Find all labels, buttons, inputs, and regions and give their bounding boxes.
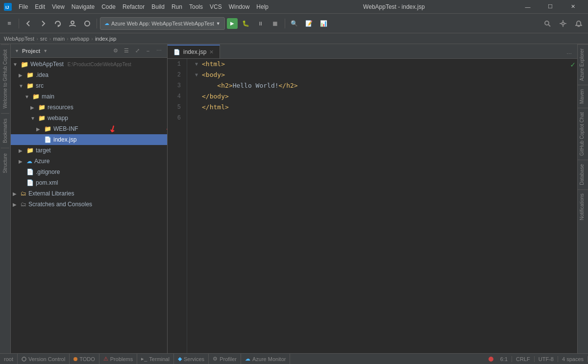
panel-more-icon[interactable]: ⋯ [154, 47, 163, 55]
status-azure-monitor[interactable]: ☁ Azure Monitor [241, 354, 290, 364]
panel-list-icon[interactable]: ☰ [122, 47, 131, 55]
status-services[interactable]: ◆ Services [174, 354, 209, 364]
status-encoding[interactable]: UTF-8 [535, 356, 558, 362]
menu-run[interactable]: Run [169, 2, 185, 11]
run-button[interactable]: ▶ [227, 18, 238, 29]
debug-button[interactable]: 🐛 [240, 17, 252, 30]
profiler-icon: ⚙ [213, 356, 218, 362]
menu-window[interactable]: Window [226, 2, 253, 11]
search-button[interactable] [541, 17, 554, 30]
editor-more-icon[interactable]: ⋯ [564, 49, 573, 58]
profiler-icon[interactable]: 📊 [318, 17, 330, 30]
status-indent[interactable]: 4 spaces [558, 356, 588, 362]
tab-indexjsp[interactable]: 📄 index.jsp ✕ [168, 45, 220, 58]
separator-2 [97, 19, 97, 28]
tree-root[interactable]: ▼ 📁 WebAppTest E:\ProductCode\WebAppTest [11, 59, 167, 70]
inspect-icon[interactable]: 🔍 [288, 17, 301, 30]
menu-bar[interactable]: File Edit View Navigate Code Refactor Bu… [16, 2, 271, 11]
maximize-button[interactable]: ☐ [539, 0, 562, 14]
panel-settings-icon[interactable]: ⚙ [111, 47, 120, 55]
tree-idea[interactable]: ▶ 📁 .idea [11, 70, 167, 80]
fold-2[interactable]: ▼ [195, 70, 202, 80]
vcs-icon[interactable] [81, 17, 94, 30]
menu-help[interactable]: Help [253, 2, 271, 11]
breadcrumb-part-3[interactable]: webapp [71, 36, 90, 42]
title-bar: IJ File Edit View Navigate Code Refactor… [0, 0, 588, 14]
project-tree[interactable]: ▼ 📁 WebAppTest E:\ProductCode\WebAppTest… [11, 58, 167, 353]
status-version-control[interactable]: Version Control [18, 354, 70, 364]
breadcrumb-part-2[interactable]: main [53, 36, 65, 42]
project-panel-title[interactable]: Project [22, 48, 40, 54]
breadcrumb-part-1[interactable]: src [40, 36, 48, 42]
refresh-button[interactable] [51, 17, 64, 30]
back-button[interactable] [22, 17, 35, 30]
menu-file[interactable]: File [16, 2, 31, 11]
notifications-button[interactable] [572, 17, 585, 30]
user-icon[interactable] [66, 17, 79, 30]
annotate-icon[interactable]: 📝 [303, 17, 316, 30]
status-line-ending[interactable]: CRLF [512, 356, 535, 362]
welcome-copilot-tab[interactable]: Welcome to GitHub Copilot [1, 44, 9, 113]
breadcrumb-part-4[interactable]: index.jsp [95, 36, 116, 42]
menu-refactor[interactable]: Refactor [120, 2, 147, 11]
sidebar-database[interactable]: Database [578, 160, 588, 189]
panel-expand-icon[interactable]: ⤢ [133, 47, 142, 55]
pom-file-icon: 📄 [26, 179, 34, 186]
tree-azure[interactable]: ▶ ☁ Azure [11, 156, 167, 167]
tree-gitignore[interactable]: 📄 .gitignore [11, 167, 167, 177]
sidebar-github-copilot[interactable]: GitHub Copilot Chat [578, 108, 588, 160]
tree-pomxml[interactable]: 📄 pom.xml [11, 177, 167, 188]
menu-vcs[interactable]: VCS [207, 2, 225, 11]
sidebar-azure-explorer[interactable]: Azure Explorer [578, 44, 588, 85]
status-root: root [0, 354, 18, 364]
tree-external-libs[interactable]: ▶ 🗂 External Libraries [11, 188, 167, 199]
line-numbers: 1 2 3 4 5 6 [168, 59, 187, 353]
tab-close-icon[interactable]: ✕ [209, 49, 214, 55]
sidebar-maven[interactable]: Maven [578, 85, 588, 108]
tree-main[interactable]: ▼ 📁 main [11, 91, 167, 102]
tree-webapp[interactable]: ▼ 📁 webapp [11, 113, 167, 123]
fold-6: ▼ [195, 113, 202, 123]
tree-target[interactable]: ▶ 📁 target [11, 145, 167, 156]
code-line-5: ▼ </html> [195, 102, 569, 113]
idea-expand-icon: ▶ [19, 73, 24, 78]
sidebar-notifications[interactable]: Notifications [578, 189, 588, 224]
code-area[interactable]: ▼ <html> ▼ <body> ▼ <h2> Hello World! </… [187, 59, 577, 353]
menu-view[interactable]: View [49, 2, 68, 11]
status-terminal[interactable]: ▸_ Terminal [137, 354, 174, 364]
panel-minus-icon[interactable]: − [144, 47, 152, 55]
webinf-folder-icon: 📁 [44, 125, 51, 132]
editor-content[interactable]: 1 2 3 4 5 6 ▼ <html> ▼ <body> [168, 59, 577, 353]
close-button[interactable]: ✕ [562, 0, 584, 14]
status-problems[interactable]: ⚠ Problems [99, 354, 137, 364]
breadcrumb-part-0[interactable]: WebAppTest [4, 36, 34, 42]
code-html-close: </html> [202, 102, 229, 113]
menu-build[interactable]: Build [148, 2, 168, 11]
status-profiler[interactable]: ⚙ Profiler [209, 354, 241, 364]
azure-run-config[interactable]: ☁ Azure Web App: WebAppTest:WebAppTest ▼ [100, 17, 225, 30]
services-label: Services [184, 356, 204, 362]
menu-navigate[interactable]: Navigate [69, 2, 98, 11]
tree-src[interactable]: ▼ 📁 src [11, 80, 167, 91]
coverage-button[interactable]: ⏸ [254, 17, 267, 30]
tree-indexjsp[interactable]: 📄 index.jsp [11, 134, 167, 145]
menu-code[interactable]: Code [98, 2, 119, 11]
status-todo[interactable]: TODO [70, 354, 99, 364]
structure-tab[interactable]: Structure [1, 148, 9, 178]
status-position[interactable]: 6:1 [496, 356, 512, 362]
menu-edit[interactable]: Edit [32, 2, 48, 11]
code-line-6[interactable]: ▼ [195, 113, 569, 123]
tree-resources[interactable]: ▶ 📁 resources [11, 102, 167, 113]
fold-1[interactable]: ▼ [195, 59, 202, 70]
project-panel: ▼ Project ▼ ⚙ ☰ ⤢ − ⋯ ▼ 📁 WebAppTest E:\… [11, 44, 168, 353]
code-empty [202, 113, 206, 123]
forward-button[interactable] [37, 17, 49, 30]
settings-button[interactable] [557, 17, 569, 30]
minimize-button[interactable]: — [516, 0, 539, 14]
tree-webinf[interactable]: ▶ 📁 WEB-INF ← [11, 123, 167, 134]
bookmarks-tab[interactable]: Bookmarks [1, 113, 9, 148]
stop-button[interactable]: ◼ [269, 17, 282, 30]
hamburger-icon[interactable]: ≡ [3, 17, 16, 30]
menu-tools[interactable]: Tools [186, 2, 206, 11]
tree-scratches[interactable]: ▶ 🗂 Scratches and Consoles [11, 199, 167, 210]
